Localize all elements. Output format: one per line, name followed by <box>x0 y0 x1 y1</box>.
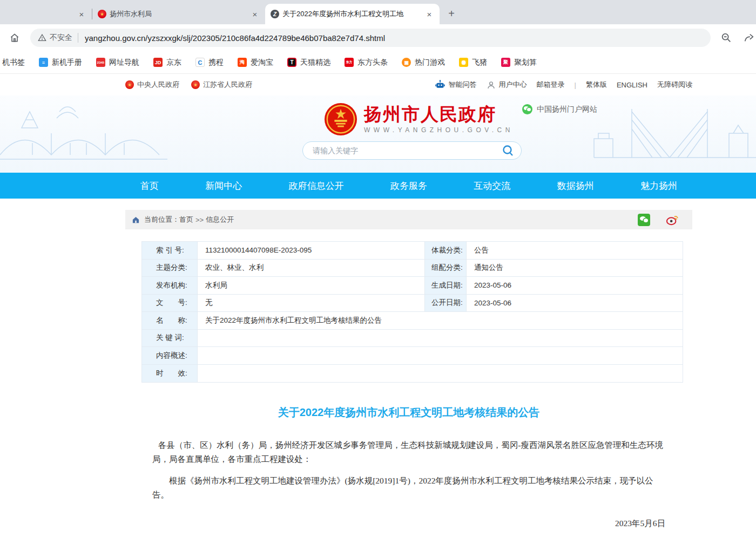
nav-item-1[interactable]: 首页 <box>140 180 159 192</box>
breadcrumb-home-link[interactable]: 首页 <box>179 215 193 224</box>
table-value: 公告 <box>467 242 683 259</box>
tab-close-icon[interactable]: × <box>424 9 434 19</box>
tab-yangzhou-water-bureau[interactable]: ★ 扬州市水利局 × <box>92 4 265 24</box>
bookmark-favicon <box>459 58 468 67</box>
table-value <box>198 365 683 383</box>
main-nav-bar: 首页新闻中心政府信息公开政务服务互动交流数据扬州魅力扬州 <box>0 173 756 199</box>
bookmark-item[interactable]: 机书签 <box>2 58 25 67</box>
nav-item-3[interactable]: 政府信息公开 <box>289 180 344 192</box>
link-label: 繁体版 <box>586 80 607 90</box>
table-label: 文 号: <box>142 295 198 312</box>
table-label: 体裁分类: <box>424 242 467 259</box>
bookmark-item[interactable]: JD京东 <box>153 58 181 67</box>
nav-item-4[interactable]: 政务服务 <box>390 180 427 192</box>
tab-bar: × ★ 扬州市水利局 × Z 关于2022年度扬州市水利工程文明工地 × + <box>0 0 756 24</box>
gov-emblem-icon: ★ <box>125 80 134 89</box>
tab-active-announcement[interactable]: Z 关于2022年度扬州市水利工程文明工地 × <box>265 4 440 24</box>
article-paragraphs: 各县（市、区）水利（务）局，扬州经济开发区城乡事务管理局，生态科技新城规划建设局… <box>152 438 665 502</box>
link-label: 用户中心 <box>499 80 527 90</box>
table-label: 内容概述: <box>142 347 198 364</box>
address-bar[interactable]: 不安全 yangzhou.gov.cn/yzszxxgk/slj/202305/… <box>30 29 711 47</box>
bookmark-label: 飞猪 <box>472 58 487 67</box>
table-row: 主题分类:农业、林业、水利组配分类:通知公告 <box>142 260 683 277</box>
bookmark-label: 网址导航 <box>109 58 139 67</box>
zoom-out-icon[interactable] <box>717 29 735 47</box>
share-wechat-icon[interactable] <box>638 214 650 226</box>
portal-label: 中国扬州门户网站 <box>537 105 597 114</box>
site-logo[interactable]: 扬州市人民政府 WWW.YANGZHOU.GOV.CN <box>324 103 514 136</box>
table-value <box>198 330 683 347</box>
meta-table: 索 引 号:11321000014407098E-2023-095体裁分类:公告… <box>141 241 683 383</box>
home-icon[interactable] <box>5 29 24 47</box>
mail-login-link[interactable]: 邮箱登录 <box>537 80 565 90</box>
table-label: 索 引 号: <box>142 242 198 259</box>
table-row: 时 效: <box>142 365 683 383</box>
nav-item-6[interactable]: 数据扬州 <box>557 180 594 192</box>
bookmark-item[interactable]: T天猫精选 <box>287 58 330 67</box>
share-weibo-icon[interactable] <box>665 214 679 226</box>
bookmark-item[interactable]: 飞猪 <box>459 58 487 67</box>
portal-site-link[interactable]: 中国扬州门户网站 <box>522 104 597 114</box>
bookmark-label: 聚划算 <box>514 58 537 67</box>
table-value: 2023-05-06 <box>467 277 683 294</box>
bookmark-favicon: 2345 <box>96 58 105 67</box>
table-value: 11321000014407098E-2023-095 <box>198 242 424 259</box>
warning-icon <box>38 33 46 42</box>
accessibility-link[interactable]: 无障碍阅读 <box>657 80 692 90</box>
breadcrumb-home-icon <box>132 216 140 224</box>
bookmark-favicon: 东方 <box>345 58 354 67</box>
banner-art-left <box>0 96 227 173</box>
bookmark-item[interactable]: 2345网址导航 <box>96 58 139 67</box>
wechat-icon <box>522 104 532 114</box>
smart-qa-link[interactable]: 智能问答 <box>435 79 477 90</box>
bookmark-label: 东方头条 <box>357 58 388 67</box>
main-nav: 首页新闻中心政府信息公开政务服务互动交流数据扬州魅力扬州 <box>125 173 692 199</box>
breadcrumb-section-link[interactable]: 信息公开 <box>206 215 234 224</box>
tab-close-icon[interactable]: × <box>250 9 260 19</box>
english-version-link[interactable]: ENGLISH <box>617 81 647 89</box>
search-button[interactable] <box>501 143 516 158</box>
user-center-link[interactable]: 用户中心 <box>487 80 527 90</box>
link-central-government[interactable]: ★ 中央人民政府 <box>125 80 179 90</box>
bookmark-favicon: T <box>287 58 296 67</box>
site-favicon: Z <box>271 10 279 18</box>
link-label: 邮箱登录 <box>537 80 565 90</box>
bookmark-label: 京东 <box>166 58 181 67</box>
table-label: 关 键 词: <box>142 330 198 347</box>
table-value: 无 <box>198 295 424 312</box>
search-box <box>302 141 522 160</box>
site-banner: 扬州市人民政府 WWW.YANGZHOU.GOV.CN 中国扬州门户网站 <box>0 96 756 173</box>
bookmark-favicon: ▣ <box>402 58 411 67</box>
bookmark-item[interactable]: 东方东方头条 <box>345 58 388 67</box>
traditional-version-link[interactable]: 繁体版 <box>586 80 607 90</box>
link-label: 无障碍阅读 <box>657 80 692 90</box>
tab-title: 关于2022年度扬州市水利工程文明工地 <box>282 9 421 19</box>
bookmark-item[interactable]: ▣热门游戏 <box>402 58 445 67</box>
nav-item-5[interactable]: 互动交流 <box>474 180 510 192</box>
bookmark-item[interactable]: ≡新机手册 <box>39 58 82 67</box>
tab-title: 扬州市水利局 <box>110 9 247 19</box>
bookmark-item[interactable]: 淘爱淘宝 <box>238 58 273 67</box>
bookmark-label: 机书签 <box>2 58 25 67</box>
site-title: 扬州市人民政府 <box>364 105 514 124</box>
new-tab-button[interactable]: + <box>444 6 459 21</box>
breadcrumb: 当前位置： 首页 >> 信息公开 <box>125 210 692 229</box>
bookmark-label: 热门游戏 <box>415 58 445 67</box>
table-label: 组配分类: <box>424 260 467 277</box>
table-value <box>198 347 683 364</box>
bookmark-item[interactable]: 聚聚划算 <box>501 58 537 67</box>
link-jiangsu-government[interactable]: ★ 江苏省人民政府 <box>191 80 252 90</box>
table-label: 时 效: <box>142 365 198 383</box>
nav-item-7[interactable]: 魅力扬州 <box>640 180 677 192</box>
link-label: 中央人民政府 <box>137 80 179 90</box>
search-input[interactable] <box>313 146 501 155</box>
bookmark-item[interactable]: C携程 <box>195 58 224 67</box>
tab-partial[interactable]: × <box>0 4 92 24</box>
national-emblem-icon <box>324 103 357 136</box>
bookmark-label: 新机手册 <box>52 58 82 67</box>
share-icon[interactable] <box>740 29 756 47</box>
tab-close-icon[interactable]: × <box>77 9 86 19</box>
bookmark-favicon: JD <box>153 58 163 67</box>
person-icon <box>487 80 496 90</box>
nav-item-2[interactable]: 新闻中心 <box>205 180 242 192</box>
